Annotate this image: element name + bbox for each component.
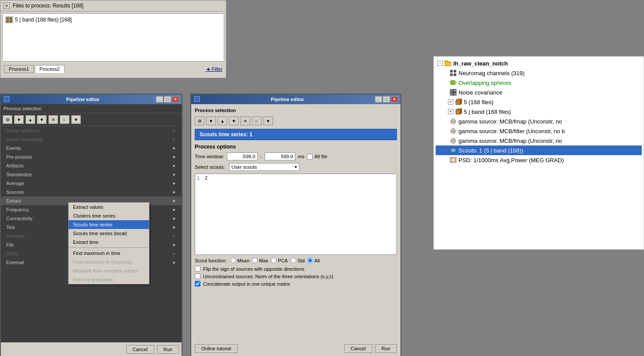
root-collapse-btn[interactable]: - bbox=[437, 61, 443, 66]
menu-arrow: ► bbox=[172, 128, 176, 133]
radio-all-input[interactable] bbox=[307, 258, 313, 263]
time-window-label: Time window: bbox=[195, 154, 224, 159]
menu-arrow: ► bbox=[172, 234, 176, 238]
left-minimize-btn[interactable]: _ bbox=[156, 96, 163, 102]
5-168-label: 5 (168 files) bbox=[464, 99, 494, 105]
right-tb-x[interactable]: ✕ bbox=[240, 116, 250, 125]
scout-radio-group: Mean Max PCA Std bbox=[230, 258, 320, 263]
submenu-clusters-time-series[interactable]: Clusters time series bbox=[69, 211, 149, 220]
menu-item-average[interactable]: Average ► bbox=[1, 179, 182, 188]
unconstrained-checkbox[interactable] bbox=[195, 273, 200, 279]
right-tb-branch[interactable]: ⛌ bbox=[252, 116, 262, 125]
menu-item-standardize[interactable]: Standardize ► bbox=[1, 170, 182, 179]
menu-item-events[interactable]: Events ► bbox=[1, 144, 182, 153]
menu-item-sources[interactable]: Sources ► bbox=[1, 188, 182, 196]
spheres-label: Overlapping spheres bbox=[458, 80, 511, 86]
expand-5-168[interactable]: + bbox=[448, 99, 453, 105]
tab-process2[interactable]: Process2 bbox=[35, 65, 65, 73]
tree-root[interactable]: - lh_raw_clean_notch bbox=[436, 58, 642, 68]
tree-item-scouts[interactable]: Scouts: 1 (5 | band (168)) bbox=[436, 145, 642, 155]
right-tb-down[interactable]: ▼ bbox=[229, 116, 239, 125]
left-tb-branch[interactable]: ⛌ bbox=[60, 115, 69, 124]
left-tb-x[interactable]: ✕ bbox=[48, 115, 58, 124]
right-maximize-btn[interactable]: □ bbox=[383, 96, 390, 102]
filter-link[interactable]: ◄ Filter bbox=[206, 66, 222, 72]
all-file-checkbox[interactable] bbox=[307, 154, 313, 160]
tree-item-psd[interactable]: PSD: 1/1000ms Avg,Power (MEG GRAD) bbox=[436, 155, 642, 165]
tree-item-5-168[interactable]: + 5 (168 files) bbox=[436, 97, 642, 107]
submenu-find-max-time[interactable]: Find maximum in time bbox=[69, 249, 149, 258]
menu-label: Import recordings bbox=[6, 137, 44, 142]
tree-item-gamma2[interactable]: gamma source: MCB/filter (Unconstr, no b bbox=[436, 126, 642, 136]
right-tb-gear[interactable]: ⚙ bbox=[195, 116, 204, 125]
right-tb-branch2[interactable]: ▼ bbox=[263, 116, 273, 125]
concatenate-checkbox[interactable] bbox=[195, 281, 200, 287]
submenu-extract-time[interactable]: Extract time bbox=[69, 238, 149, 247]
brain-icon3 bbox=[450, 137, 457, 144]
online-tutorial-button[interactable]: Online tutorial bbox=[195, 344, 238, 353]
svg-rect-11 bbox=[450, 70, 453, 73]
left-close-btn[interactable]: ✕ bbox=[172, 96, 179, 102]
left-cancel-run-row: Cancel Run bbox=[1, 342, 182, 356]
left-tb-branch2[interactable]: ▼ bbox=[71, 115, 81, 124]
radio-mean: Mean bbox=[230, 258, 250, 263]
radio-mean-input[interactable] bbox=[230, 258, 236, 263]
brain-icon2 bbox=[450, 127, 457, 134]
submenu-scouts-time-series[interactable]: Scouts time series bbox=[69, 220, 149, 229]
scouts-list-box[interactable]: 1 2 bbox=[195, 174, 397, 255]
tab-process1[interactable]: Process1 bbox=[4, 65, 34, 73]
tree-item-gamma1[interactable]: gamma source: MCB/fmap (Unconstr, no bbox=[436, 116, 642, 126]
left-maximize-btn[interactable]: □ bbox=[164, 96, 171, 102]
right-tb-up[interactable]: ▲ bbox=[218, 116, 227, 125]
options-checkboxes: Flip the sign of sources with opposite d… bbox=[195, 266, 397, 287]
psd-label: PSD: 1/1000ms Avg,Power (MEG GRAD) bbox=[458, 157, 564, 163]
radio-all-label: All bbox=[314, 258, 320, 263]
menu-item-artifacts[interactable]: Artifacts ► bbox=[1, 161, 182, 170]
scouts-icon bbox=[450, 147, 457, 154]
left-run-button[interactable]: Run bbox=[157, 345, 179, 354]
right-run-button[interactable]: Run bbox=[375, 344, 397, 353]
left-tb-down-arr[interactable]: ▼ bbox=[14, 115, 24, 124]
tree-item-gamma3[interactable]: gamma source: MCB/fmap (Unconstr, no bbox=[436, 136, 642, 145]
left-title-icon bbox=[4, 96, 10, 103]
right-close-btn[interactable]: ✕ bbox=[391, 96, 398, 102]
left-tb-gear[interactable]: ⚙ bbox=[3, 115, 12, 124]
svg-marker-22 bbox=[460, 99, 462, 105]
menu-label: Test bbox=[6, 225, 15, 230]
left-tb-down[interactable]: ▼ bbox=[37, 115, 47, 124]
svg-point-29 bbox=[451, 128, 455, 132]
left-tb-up[interactable]: ▲ bbox=[25, 115, 35, 124]
radio-mean-label: Mean bbox=[237, 258, 250, 263]
time-from-input[interactable] bbox=[227, 153, 258, 160]
right-minimize-btn[interactable]: _ bbox=[375, 96, 382, 102]
spheres-icon bbox=[450, 79, 457, 86]
menu-arrow: ► bbox=[172, 207, 176, 212]
flip-sign-checkbox[interactable] bbox=[195, 266, 200, 272]
radio-pca-input[interactable] bbox=[271, 258, 277, 263]
tree-item-band-168[interactable]: + 5 | band (168 files) bbox=[436, 107, 642, 116]
radio-max-input[interactable] bbox=[252, 258, 258, 263]
tree-panel: - lh_raw_clean_notch Neuromag channels (… bbox=[433, 56, 644, 250]
left-toolbar: ⚙ ▼ ▲ ▼ ✕ ⛌ ▼ bbox=[1, 113, 182, 126]
svg-point-31 bbox=[451, 138, 455, 142]
menu-item-import-recordings[interactable]: Import recordings ► bbox=[1, 135, 182, 144]
menu-item-pre-process[interactable]: Pre-process ► bbox=[1, 153, 182, 161]
menu-label: Extract bbox=[6, 198, 21, 203]
menu-item-import-anatomy[interactable]: Import anatomy ► bbox=[1, 126, 182, 135]
all-file-label: All file bbox=[307, 154, 327, 160]
right-tb-down-arr[interactable]: ▼ bbox=[206, 116, 216, 125]
svg-rect-35 bbox=[451, 158, 455, 162]
tree-item-neuromag[interactable]: Neuromag channels (319) bbox=[436, 68, 642, 78]
expand-band-168[interactable]: + bbox=[448, 109, 453, 114]
right-cancel-button[interactable]: Cancel bbox=[344, 344, 372, 353]
user-scouts-select[interactable]: User scouts bbox=[229, 163, 299, 171]
tree-item-spheres[interactable]: Overlapping spheres bbox=[436, 78, 642, 87]
tree-item-noise[interactable]: Noise covariance bbox=[436, 87, 642, 97]
radio-std-input[interactable] bbox=[291, 258, 296, 263]
submenu-scouts-time-series-local[interactable]: Scouts time series (local) bbox=[69, 229, 149, 238]
process-bar-footer: Process1 Process2 ◄ Filter bbox=[0, 63, 226, 75]
left-cancel-button[interactable]: Cancel bbox=[126, 345, 154, 354]
time-to-input[interactable] bbox=[265, 153, 295, 160]
submenu-extract-values[interactable]: Extract values bbox=[69, 203, 149, 211]
right-win-controls: _ □ ✕ bbox=[375, 96, 398, 102]
